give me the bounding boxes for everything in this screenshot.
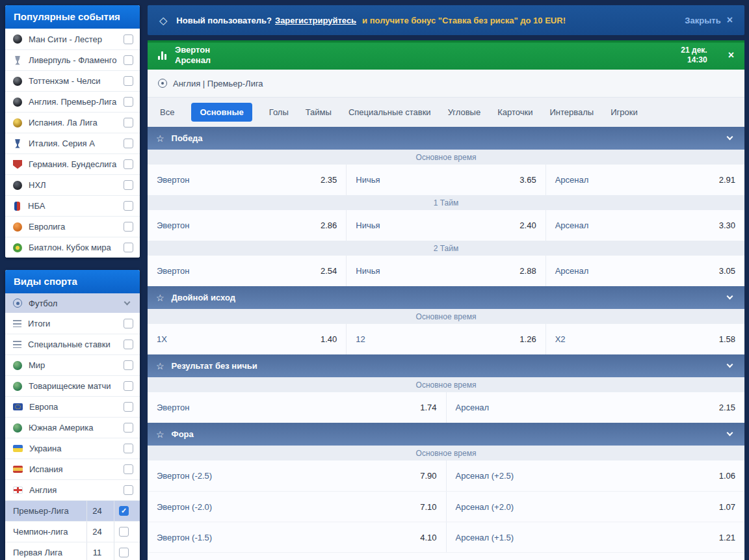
outcome-cell[interactable]: Арсенал3.30: [545, 210, 744, 241]
breadcrumb-text[interactable]: Англия | Премьер-Лига: [173, 79, 263, 88]
outcome-cell[interactable]: Арсенал (+1.5)1.21: [446, 522, 745, 552]
checkbox[interactable]: [124, 222, 133, 232]
market-section-header[interactable]: ☆Результат без ничьи: [148, 354, 744, 377]
sidebar-item-league[interactable]: Премьер-Лига24✓: [5, 500, 140, 521]
tab-Игроки[interactable]: Игроки: [611, 107, 638, 117]
popular-event-item[interactable]: Биатлон. Кубок мира: [5, 237, 140, 258]
market-group-label: 1 Тайм: [148, 195, 744, 210]
sidebar-item-category[interactable]: Англия: [5, 479, 140, 500]
sidebar-item-category[interactable]: Европа: [5, 396, 140, 417]
tab-Таймы[interactable]: Таймы: [306, 107, 332, 117]
outcome-cell[interactable]: 121.26: [346, 324, 545, 354]
checkbox[interactable]: [124, 381, 133, 391]
popular-event-item[interactable]: Тоттенхэм - Челси: [5, 70, 140, 91]
popular-event-item[interactable]: Испания. Ла Лига: [5, 112, 140, 133]
sidebar-item-category[interactable]: Итоги: [5, 313, 140, 334]
tab-Угловые[interactable]: Угловые: [448, 107, 481, 117]
register-link[interactable]: Зарегистрируйтесь: [275, 16, 356, 25]
popular-event-item[interactable]: Ливерпуль - Фламенго: [5, 49, 140, 70]
checkbox[interactable]: [124, 485, 133, 495]
sidebar-item-category[interactable]: Товарищеские матчи: [5, 375, 140, 396]
checkbox[interactable]: [124, 340, 133, 349]
checkbox[interactable]: [124, 360, 133, 370]
checkbox[interactable]: [124, 76, 133, 86]
checkbox[interactable]: [124, 423, 133, 433]
checkbox[interactable]: ✓: [119, 506, 129, 516]
checkbox[interactable]: [119, 527, 129, 537]
outcome-cell[interactable]: Ничья3.65: [346, 165, 545, 195]
checkbox[interactable]: [124, 97, 133, 107]
favorite-star-icon[interactable]: ☆: [156, 429, 164, 440]
popular-event-item[interactable]: НХЛ: [5, 174, 140, 195]
outcome-cell[interactable]: Эвертон2.86: [148, 210, 346, 241]
checkbox[interactable]: [124, 55, 133, 65]
checkbox[interactable]: [124, 118, 133, 127]
sidebar-item-category[interactable]: Специальные ставки: [5, 334, 140, 354]
checkbox[interactable]: [119, 548, 129, 557]
match-close-icon[interactable]: ×: [728, 49, 734, 61]
outcome-cell[interactable]: Эвертон2.35: [148, 165, 346, 195]
popular-event-item[interactable]: Италия. Серия А: [5, 133, 140, 153]
outcome-cell[interactable]: Эвертон (-1.5)4.10: [148, 522, 446, 552]
checkbox[interactable]: [124, 402, 133, 412]
market-section-header[interactable]: ☆Победа: [148, 127, 744, 150]
badge-red-icon: [13, 160, 22, 169]
banner-close-label: Закрыть: [685, 16, 720, 25]
favorite-star-icon[interactable]: ☆: [156, 133, 164, 144]
checkbox[interactable]: [124, 159, 133, 169]
outcome-cell[interactable]: Арсенал3.05: [545, 256, 744, 286]
sidebar-item-league[interactable]: Первая Лига11: [5, 542, 140, 560]
tab-Основные[interactable]: Основные: [191, 103, 252, 122]
outcome-cell[interactable]: Ничья2.88: [346, 256, 545, 286]
odds-row: Эвертон (-2.5)7.90Арсенал (+2.5)1.06: [148, 460, 744, 491]
outcome-cell[interactable]: Арсенал (+2.0)1.07: [446, 492, 745, 522]
sidebar-item-category[interactable]: Южная Америка: [5, 417, 140, 438]
tab-Голы[interactable]: Голы: [269, 107, 289, 117]
sidebar-item-football[interactable]: Футбол: [5, 293, 140, 313]
sidebar-item-label: Первая Лига: [13, 548, 80, 557]
checkbox[interactable]: [124, 464, 133, 474]
outcome-cell[interactable]: Арсенал2.15: [446, 392, 745, 423]
popular-event-label: НБА: [28, 201, 117, 211]
sidebar-item-category[interactable]: Украина: [5, 438, 140, 459]
popular-event-item[interactable]: Евролига: [5, 216, 140, 237]
sidebar-item-category[interactable]: Испания: [5, 459, 140, 479]
sidebar-item-label: Англия: [29, 485, 117, 495]
tab-Карточки[interactable]: Карточки: [497, 107, 532, 117]
chevron-down-icon: [727, 430, 733, 436]
checkbox[interactable]: [124, 243, 133, 252]
sidebar-item-league[interactable]: Чемпион-лига24: [5, 521, 140, 542]
favorite-star-icon[interactable]: ☆: [156, 361, 164, 371]
outcome-cell[interactable]: Арсенал2.91: [545, 165, 744, 195]
outcome-cell[interactable]: Ничья2.40: [346, 210, 545, 241]
checkbox[interactable]: [124, 319, 133, 328]
popular-event-item[interactable]: Ман Сити - Лестер: [5, 29, 140, 49]
popular-event-item[interactable]: Германия. Бундеслига: [5, 153, 140, 174]
sidebar-item-category[interactable]: Мир: [5, 354, 140, 375]
checkbox[interactable]: [124, 201, 133, 211]
outcome-cell[interactable]: Эвертон (-2.0)7.10: [148, 492, 446, 522]
checkbox[interactable]: [124, 444, 133, 453]
outcome-cell[interactable]: Эвертон (-2.5)7.90: [148, 460, 446, 491]
outcome-cell[interactable]: 1X1.40: [148, 324, 346, 354]
checkbox[interactable]: [124, 34, 133, 44]
checkbox[interactable]: [124, 180, 133, 190]
popular-event-item[interactable]: НБА: [5, 195, 140, 216]
outcome-cell[interactable]: X21.58: [545, 324, 744, 354]
checkbox[interactable]: [124, 139, 133, 148]
market-group-label: Основное время: [148, 446, 744, 460]
trophy-blue-icon: [13, 139, 22, 148]
tab-Интервалы[interactable]: Интервалы: [549, 107, 594, 117]
outcome-cell[interactable]: Арсенал (+2.5)1.06: [446, 460, 745, 491]
favorite-star-icon[interactable]: ☆: [156, 293, 164, 303]
market-section-header[interactable]: ☆Двойной исход: [148, 286, 744, 309]
popular-event-item[interactable]: Англия. Премьер-Лига: [5, 91, 140, 112]
outcome-cell[interactable]: Эвертон1.74: [148, 392, 446, 423]
banner-close-button[interactable]: Закрыть ×: [685, 15, 733, 25]
market-tabs: ВсеОсновныеГолыТаймыСпециальные ставкиУг…: [148, 97, 744, 127]
tab-Специальные ставки[interactable]: Специальные ставки: [348, 107, 431, 117]
sidebar-item-label: Украина: [29, 444, 117, 453]
market-section-header[interactable]: ☆Фора: [148, 423, 744, 446]
outcome-cell[interactable]: Эвертон2.54: [148, 256, 346, 286]
tab-Все[interactable]: Все: [160, 107, 174, 117]
